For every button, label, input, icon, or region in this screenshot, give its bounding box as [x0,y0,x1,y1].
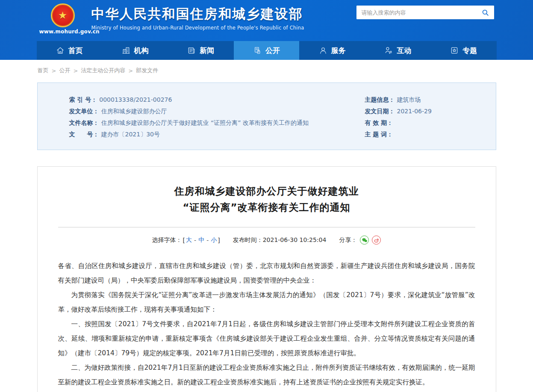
nav-item-news[interactable]: 新闻 [168,41,234,60]
nav-item-disclosure[interactable]: 公开 [234,41,300,60]
nav-item-label: 机构 [134,46,149,56]
font-selector-separator: - [206,237,209,244]
meta-row-issuing-unit: 发文单位：住房和城乡建设部办公厅 [69,106,365,117]
breadcrumb: 首页 > 公开 > 法定主动公开内容 > 部发文件 [37,60,497,74]
breadcrumb-item-ministry-documents[interactable]: 部发文件 [136,67,158,74]
nav-item-label: 服务 [331,46,346,56]
meta-value: 住房和城乡建设部办公厅 [101,108,167,115]
site-title: 中华人民共和国住房和城乡建设部 [91,6,304,22]
meta-label: 文件名称： [69,119,99,126]
font-size-medium-link[interactable]: 中 [198,236,204,244]
site-header: ★ www.mohurd.gov.cn 中华人民共和国住房和城乡建设部 Mini… [0,0,533,60]
breadcrumb-item-statutory-content[interactable]: 法定主动公开内容 [81,67,125,74]
nav-item-service[interactable]: 服务 [299,41,365,60]
font-selector-bracket: [ [183,237,185,244]
home-icon [56,46,65,55]
meta-value: 住房和城乡建设部办公厅关于做好建筑业 “证照分离” 改革衔接有关工作的通知 [101,119,309,126]
site-subtitle: Ministry of Housing and Urban-Rural Deve… [91,25,304,31]
publish-time-label: 发布时间： [233,236,263,243]
nav-item-interaction[interactable]: 互动 [365,41,431,60]
meta-label: 主 题 词： [365,131,393,138]
service-icon [319,46,327,55]
nav-item-label: 公开 [265,46,280,56]
meta-row-document-number: 文 号：建办市〔2021〕30号 [69,129,365,140]
site-url: www.mohurd.gov.cn [39,29,86,35]
nav-item-label: 互动 [397,46,411,56]
document-title-line1: 住房和城乡建设部办公厅关于做好建筑业 [174,186,359,197]
meta-label: 文 号： [69,131,99,138]
nav-item-label: 新闻 [200,46,214,56]
meta-label: 索 引 号： [69,96,97,103]
meta-row-topic-info: 主题信息：建筑市场 [365,94,496,106]
organization-icon [122,46,130,55]
wechat-share-icon[interactable] [360,236,369,245]
search-icon[interactable] [477,6,494,19]
meta-row-subject-words: 主 题 词： [365,129,496,140]
document-title: 住房和城乡建设部办公厅关于做好建筑业 “证照分离”改革衔接有关工作的通知 [58,183,475,215]
breadcrumb-item-home[interactable]: 首页 [38,67,49,74]
publish-time: 发布时间：2021-06-30 10:25:04 [233,236,327,244]
title-divider [58,227,475,227]
breadcrumb-separator: > [128,68,133,74]
breadcrumb-separator: > [73,68,78,74]
main-nav: 首页 机构 新闻 公开 [0,41,533,60]
share-bar: 分享： [339,236,381,245]
meta-value: 建办市〔2021〕30号 [101,131,160,138]
share-label: 分享： [339,236,357,244]
interaction-icon [384,46,393,55]
meta-value: 000013338/2021-00276 [99,96,172,103]
national-emblem-logo: ★ [51,3,75,27]
document-meta-panel: 索 引 号：000013338/2021-00276 发文单位：住房和城乡建设部… [37,83,496,150]
font-selector-label: 选择字体： [152,236,182,244]
font-size-small-link[interactable]: 小 [211,236,217,244]
meta-value: 建筑市场 [397,96,421,103]
article-panel: 住房和城乡建设部办公厅关于做好建筑业 “证照分离”改革衔接有关工作的通知 选择字… [37,166,496,392]
article-info-bar: 选择字体： [ 大 - 中 - 小 ] 发布时间：2021-06-30 10:2… [58,236,475,245]
font-size-large-link[interactable]: 大 [186,236,192,244]
meta-label: 发文单位： [69,108,99,115]
font-selector-bracket: ] [218,237,220,244]
meta-row-document-name: 文件名称：住房和城乡建设部办公厅关于做好建筑业 “证照分离” 改革衔接有关工作的… [69,117,365,129]
document-title-line2: “证照分离”改革衔接有关工作的通知 [183,202,350,213]
nav-item-label: 首页 [68,46,83,56]
search-input[interactable] [356,6,477,19]
article-paragraph: 各省、自治区住房和城乡建设厅，直辖市住房和城乡建设（管）委，北京市规划和自然资源… [58,259,475,288]
nav-item-label: 专题 [462,46,477,56]
weibo-share-icon[interactable] [372,236,381,245]
breadcrumb-separator: > [52,68,56,74]
nav-item-home[interactable]: 首页 [37,41,103,60]
meta-row-index-number: 索 引 号：000013338/2021-00276 [69,94,365,106]
news-icon [187,46,196,55]
article-paragraph: 为贯彻落实《国务院关于深化“证照分离”改革进一步激发市场主体发展活力的通知》（国… [58,288,475,317]
meta-row-validity-period: 有 效 期： [365,117,496,129]
nav-item-organization[interactable]: 机构 [102,41,168,60]
meta-value: 2021-06-29 [397,108,432,115]
meta-label: 主题信息： [365,96,395,103]
breadcrumb-item-disclosure[interactable]: 公开 [59,67,70,74]
disclosure-icon [253,46,262,55]
font-selector-separator: - [194,237,196,244]
search-box [356,6,494,19]
article-paragraph: 二、为做好政策衔接，自2021年7月1日至新的建设工程企业资质标准实施之日止，附… [58,360,475,389]
topics-icon [450,46,459,55]
emblem-star-icon: ★ [58,10,68,21]
article-paragraph: 一、按照国发〔2021〕7号文件要求，自2021年7月1日起，各级住房和城乡建设… [58,317,475,360]
publish-time-value: 2021-06-30 10:25:04 [263,236,327,243]
meta-label: 有 效 期： [365,119,393,126]
meta-label: 发文日期： [365,108,395,115]
meta-row-issue-date: 发文日期：2021-06-29 [365,106,496,117]
nav-item-topics[interactable]: 专题 [431,41,497,60]
font-size-selector: 选择字体： [ 大 - 中 - 小 ] [152,236,221,244]
article-body: 各省、自治区住房和城乡建设厅，直辖市住房和城乡建设（管）委，北京市规划和自然资源… [58,259,475,389]
